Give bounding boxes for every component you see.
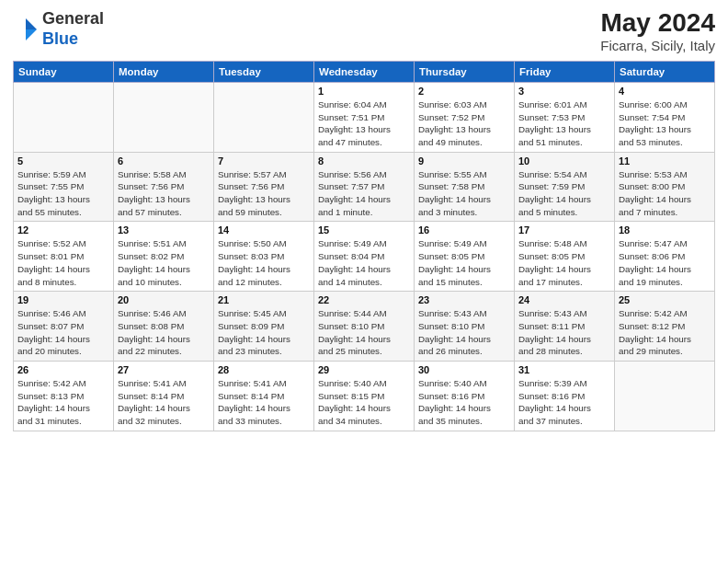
day-info: Sunrise: 5:57 AM Sunset: 7:56 PM Dayligh…	[218, 168, 310, 219]
day-number: 24	[518, 294, 610, 305]
calendar-table: Sunday Monday Tuesday Wednesday Thursday…	[13, 61, 715, 431]
day-info: Sunrise: 5:51 AM Sunset: 8:02 PM Dayligh…	[118, 237, 210, 288]
day-info: Sunrise: 5:42 AM Sunset: 8:12 PM Dayligh…	[619, 307, 711, 358]
svg-marker-0	[26, 18, 37, 29]
col-friday: Friday	[515, 61, 615, 82]
logo-icon	[13, 17, 39, 42]
day-info: Sunrise: 5:40 AM Sunset: 8:16 PM Dayligh…	[418, 377, 510, 428]
table-row: 13Sunrise: 5:51 AM Sunset: 8:02 PM Dayli…	[114, 222, 214, 292]
day-number: 31	[518, 364, 610, 375]
day-info: Sunrise: 5:42 AM Sunset: 8:13 PM Dayligh…	[17, 377, 109, 428]
table-row	[214, 82, 314, 152]
table-row	[14, 82, 114, 152]
col-monday: Monday	[114, 61, 214, 82]
day-info: Sunrise: 5:47 AM Sunset: 8:06 PM Dayligh…	[619, 237, 711, 288]
logo-text: General Blue	[42, 9, 104, 49]
page: General Blue May 2024 Ficarra, Sicily, I…	[0, 0, 728, 563]
table-row: 9Sunrise: 5:55 AM Sunset: 7:58 PM Daylig…	[415, 152, 515, 222]
day-info: Sunrise: 5:55 AM Sunset: 7:58 PM Dayligh…	[418, 168, 510, 219]
day-number: 23	[418, 294, 510, 305]
col-tuesday: Tuesday	[214, 61, 314, 82]
table-row: 18Sunrise: 5:47 AM Sunset: 8:06 PM Dayli…	[615, 222, 715, 292]
day-info: Sunrise: 5:56 AM Sunset: 7:57 PM Dayligh…	[318, 168, 410, 219]
table-row: 5Sunrise: 5:59 AM Sunset: 7:55 PM Daylig…	[14, 152, 114, 222]
day-info: Sunrise: 5:52 AM Sunset: 8:01 PM Dayligh…	[17, 237, 109, 288]
day-info: Sunrise: 5:44 AM Sunset: 8:10 PM Dayligh…	[318, 307, 410, 358]
day-info: Sunrise: 5:46 AM Sunset: 8:08 PM Dayligh…	[118, 307, 210, 358]
day-number: 15	[318, 224, 410, 236]
table-row: 19Sunrise: 5:46 AM Sunset: 8:07 PM Dayli…	[14, 292, 114, 362]
calendar-week-row: 5Sunrise: 5:59 AM Sunset: 7:55 PM Daylig…	[14, 152, 715, 222]
day-info: Sunrise: 5:39 AM Sunset: 8:16 PM Dayligh…	[518, 377, 610, 428]
table-row: 27Sunrise: 5:41 AM Sunset: 8:14 PM Dayli…	[114, 362, 214, 431]
table-row: 29Sunrise: 5:40 AM Sunset: 8:15 PM Dayli…	[314, 362, 415, 431]
day-number: 16	[418, 224, 510, 236]
logo: General Blue	[13, 9, 104, 49]
day-number: 20	[118, 294, 210, 305]
day-number: 26	[17, 364, 109, 375]
day-number: 2	[418, 86, 510, 97]
table-row: 8Sunrise: 5:56 AM Sunset: 7:57 PM Daylig…	[314, 152, 415, 222]
day-info: Sunrise: 5:46 AM Sunset: 8:07 PM Dayligh…	[17, 307, 109, 358]
table-row: 28Sunrise: 5:41 AM Sunset: 8:14 PM Dayli…	[214, 362, 314, 431]
day-info: Sunrise: 5:49 AM Sunset: 8:04 PM Dayligh…	[318, 237, 410, 288]
day-number: 11	[619, 155, 711, 167]
table-row: 2Sunrise: 6:03 AM Sunset: 7:52 PM Daylig…	[415, 82, 515, 152]
table-row: 22Sunrise: 5:44 AM Sunset: 8:10 PM Dayli…	[314, 292, 415, 362]
day-info: Sunrise: 5:58 AM Sunset: 7:56 PM Dayligh…	[118, 168, 210, 219]
day-info: Sunrise: 5:54 AM Sunset: 7:59 PM Dayligh…	[518, 168, 610, 219]
day-number: 28	[218, 364, 310, 375]
day-number: 3	[518, 86, 610, 97]
month-year-title: May 2024	[600, 9, 715, 38]
day-number: 30	[418, 364, 510, 375]
day-number: 22	[318, 294, 410, 305]
table-row: 30Sunrise: 5:40 AM Sunset: 8:16 PM Dayli…	[415, 362, 515, 431]
day-number: 17	[518, 224, 610, 236]
day-info: Sunrise: 5:41 AM Sunset: 8:14 PM Dayligh…	[118, 377, 210, 428]
table-row: 7Sunrise: 5:57 AM Sunset: 7:56 PM Daylig…	[214, 152, 314, 222]
day-info: Sunrise: 5:49 AM Sunset: 8:05 PM Dayligh…	[418, 237, 510, 288]
calendar-week-row: 19Sunrise: 5:46 AM Sunset: 8:07 PM Dayli…	[14, 292, 715, 362]
day-number: 10	[518, 155, 610, 167]
calendar-week-row: 12Sunrise: 5:52 AM Sunset: 8:01 PM Dayli…	[14, 222, 715, 292]
day-number: 6	[118, 155, 210, 167]
table-row: 1Sunrise: 6:04 AM Sunset: 7:51 PM Daylig…	[314, 82, 415, 152]
day-number: 7	[218, 155, 310, 167]
table-row: 4Sunrise: 6:00 AM Sunset: 7:54 PM Daylig…	[615, 82, 715, 152]
table-row: 15Sunrise: 5:49 AM Sunset: 8:04 PM Dayli…	[314, 222, 415, 292]
svg-marker-1	[26, 29, 37, 40]
day-number: 18	[619, 224, 711, 236]
logo-general: General	[42, 9, 104, 28]
day-info: Sunrise: 5:50 AM Sunset: 8:03 PM Dayligh…	[218, 237, 310, 288]
table-row	[615, 362, 715, 431]
calendar-week-row: 1Sunrise: 6:04 AM Sunset: 7:51 PM Daylig…	[14, 82, 715, 152]
day-info: Sunrise: 6:00 AM Sunset: 7:54 PM Dayligh…	[619, 98, 711, 149]
day-number: 29	[318, 364, 410, 375]
location-subtitle: Ficarra, Sicily, Italy	[600, 38, 715, 53]
day-number: 4	[619, 86, 711, 97]
day-number: 8	[318, 155, 410, 167]
header: General Blue May 2024 Ficarra, Sicily, I…	[13, 9, 715, 53]
day-info: Sunrise: 6:01 AM Sunset: 7:53 PM Dayligh…	[518, 98, 610, 149]
day-number: 1	[318, 86, 410, 97]
day-info: Sunrise: 5:59 AM Sunset: 7:55 PM Dayligh…	[17, 168, 109, 219]
table-row: 3Sunrise: 6:01 AM Sunset: 7:53 PM Daylig…	[515, 82, 615, 152]
col-saturday: Saturday	[615, 61, 715, 82]
table-row: 24Sunrise: 5:43 AM Sunset: 8:11 PM Dayli…	[515, 292, 615, 362]
calendar-header-row: Sunday Monday Tuesday Wednesday Thursday…	[14, 61, 715, 82]
table-row: 26Sunrise: 5:42 AM Sunset: 8:13 PM Dayli…	[14, 362, 114, 431]
table-row: 16Sunrise: 5:49 AM Sunset: 8:05 PM Dayli…	[415, 222, 515, 292]
day-number: 27	[118, 364, 210, 375]
table-row	[114, 82, 214, 152]
day-number: 19	[17, 294, 109, 305]
day-info: Sunrise: 5:40 AM Sunset: 8:15 PM Dayligh…	[318, 377, 410, 428]
day-number: 5	[17, 155, 109, 167]
day-info: Sunrise: 5:43 AM Sunset: 8:10 PM Dayligh…	[418, 307, 510, 358]
table-row: 31Sunrise: 5:39 AM Sunset: 8:16 PM Dayli…	[515, 362, 615, 431]
day-number: 25	[619, 294, 711, 305]
day-info: Sunrise: 6:04 AM Sunset: 7:51 PM Dayligh…	[318, 98, 410, 149]
day-number: 21	[218, 294, 310, 305]
day-number: 9	[418, 155, 510, 167]
col-wednesday: Wednesday	[314, 61, 415, 82]
day-number: 13	[118, 224, 210, 236]
